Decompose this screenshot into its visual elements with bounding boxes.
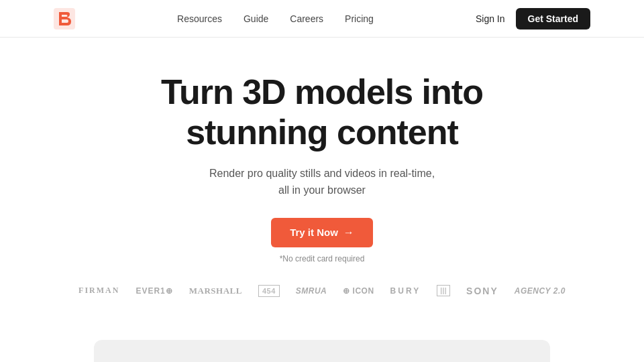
brand-logos: FIRMANEVER1⊕Marshall454smrua⊕ ICONBURY||…	[78, 285, 566, 297]
brand-logo-grid-brand: |||	[437, 285, 450, 296]
hero-title-line1: Turn 3D models into	[161, 72, 483, 111]
hero-section: Turn 3D models into stunning content Ren…	[0, 38, 644, 340]
no-credit-card-text: *No credit card required	[280, 254, 365, 263]
brand-logo-bury: BURY	[390, 286, 421, 296]
brand-logo-icon-brand: ⊕ ICON	[343, 286, 374, 296]
navbar: Resources Guide Careers Pricing Sign In …	[0, 0, 644, 38]
nav-link-resources[interactable]: Resources	[177, 13, 222, 24]
sign-in-button[interactable]: Sign In	[476, 13, 505, 24]
hero-title: Turn 3D models into stunning content	[161, 72, 483, 153]
nav-links: Resources Guide Careers Pricing	[177, 13, 374, 24]
brand-logo-sony: SONY	[466, 286, 498, 296]
nav-link-careers[interactable]: Careers	[290, 13, 323, 24]
hero-title-line2: stunning content	[186, 113, 458, 152]
video-preview-area	[94, 340, 550, 362]
brand-logo-smrua: smrua	[296, 286, 327, 296]
brand-logo-firman: FIRMAN	[78, 286, 119, 296]
brand-logo-agency20: Agency 2.0	[515, 286, 566, 296]
brand-logo-marshall: Marshall	[189, 286, 242, 296]
try-it-label: Try it Now	[290, 227, 338, 238]
hero-subtitle-line1: Render pro quality stills and videos in …	[209, 168, 435, 179]
get-started-button[interactable]: Get Started	[516, 8, 590, 29]
logo-icon	[54, 8, 75, 29]
brand-logo-ever1: EVER1⊕	[136, 286, 172, 296]
try-it-arrow: →	[343, 227, 354, 239]
navbar-actions: Sign In Get Started	[476, 8, 590, 29]
brand-logo-f454: 454	[258, 285, 280, 297]
nav-link-pricing[interactable]: Pricing	[345, 13, 374, 24]
hero-subtitle: Render pro quality stills and videos in …	[209, 165, 435, 199]
try-it-now-button[interactable]: Try it Now →	[271, 218, 373, 247]
hero-subtitle-line2: all in your browser	[278, 184, 366, 196]
nav-link-guide[interactable]: Guide	[244, 13, 268, 24]
logo[interactable]	[54, 8, 75, 29]
